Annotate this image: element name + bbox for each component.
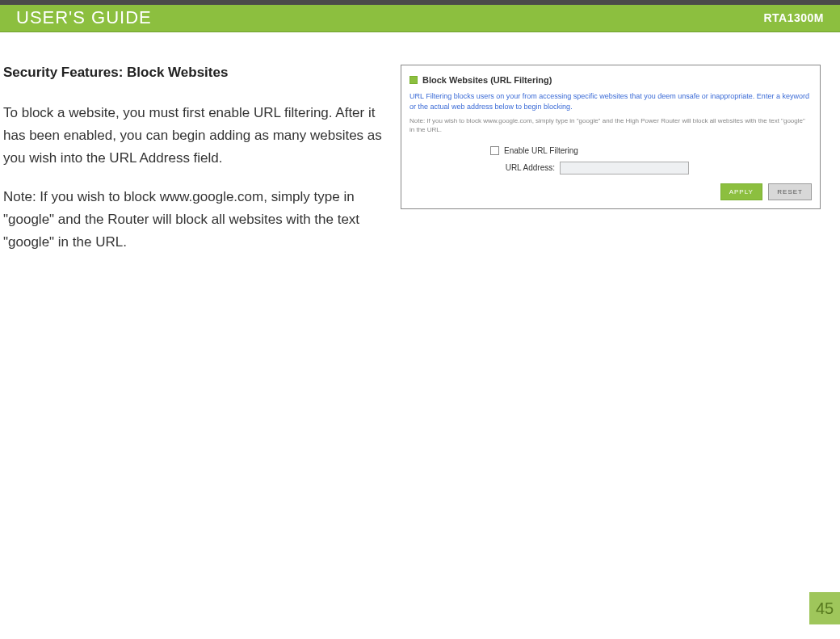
square-bullet-icon — [410, 76, 418, 84]
guide-title: USER'S GUIDE — [16, 7, 152, 28]
text-column: Security Features: Block Websites To blo… — [3, 65, 391, 270]
page-content: Security Features: Block Websites To blo… — [0, 32, 840, 270]
apply-button[interactable]: APPLY — [720, 183, 762, 200]
section-paragraph-2: Note: If you wish to block www.google.co… — [3, 186, 391, 254]
url-input[interactable] — [560, 162, 689, 174]
enable-row: Enable URL Filtering — [490, 146, 812, 155]
button-row: APPLY RESET — [410, 183, 812, 200]
page-number-box: 45 — [809, 592, 840, 624]
enable-label: Enable URL Filtering — [504, 146, 578, 155]
panel-note: Note: If you wish to block www.google.co… — [410, 116, 812, 134]
section-heading: Security Features: Block Websites — [3, 65, 391, 81]
panel-description: URL Filtering blocks users on your from … — [410, 91, 812, 111]
panel-title-row: Block Websites (URL Filtering) — [410, 75, 812, 85]
url-label: URL Address: — [490, 163, 555, 172]
header-bar: USER'S GUIDE RTA1300M — [0, 0, 840, 32]
section-paragraph-1: To block a website, you must first enabl… — [3, 102, 391, 170]
form-area: Enable URL Filtering URL Address: — [410, 146, 812, 174]
enable-checkbox[interactable] — [490, 146, 499, 155]
panel-column: Block Websites (URL Filtering) URL Filte… — [401, 65, 821, 270]
settings-panel: Block Websites (URL Filtering) URL Filte… — [401, 65, 821, 209]
panel-title: Block Websites (URL Filtering) — [422, 75, 552, 85]
page-number: 45 — [816, 599, 834, 618]
reset-button[interactable]: RESET — [768, 183, 812, 200]
url-row: URL Address: — [490, 162, 812, 174]
guide-model: RTA1300M — [763, 11, 824, 24]
